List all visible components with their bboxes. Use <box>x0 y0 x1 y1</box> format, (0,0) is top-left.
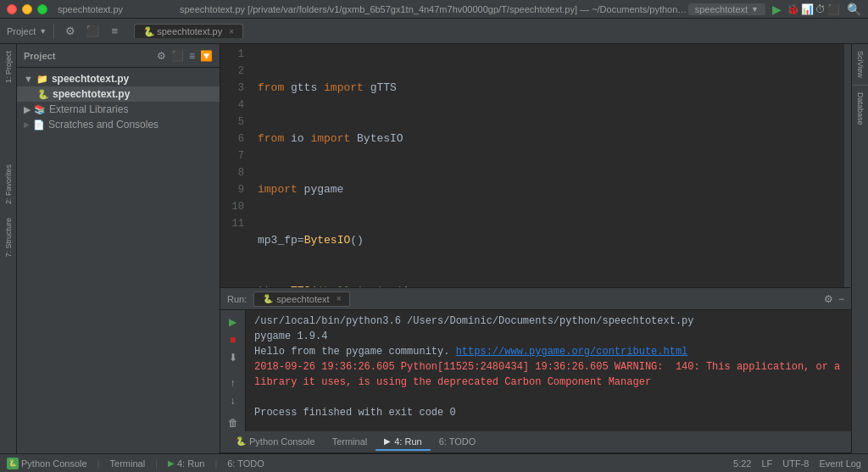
scroll-up-button[interactable]: ↑ <box>224 375 242 391</box>
pygame-link[interactable]: https://www.pygame.org/contribute.html <box>456 346 688 358</box>
python-console-icon: 🐍 <box>236 436 246 446</box>
scroll-down-button[interactable]: ↓ <box>224 392 242 408</box>
editor-tab-speechtotext[interactable]: 🐍 speechtotext.py × <box>134 24 243 38</box>
line-col-label: 5:22 <box>733 458 751 469</box>
toolbar-divider-1 <box>53 24 54 39</box>
run-status[interactable]: ▶ 4: Run <box>168 458 204 469</box>
favorites-label[interactable]: 2: Favorites <box>4 158 13 211</box>
line-num-11: 11 <box>220 215 244 232</box>
run-config-arrow: ▼ <box>751 5 759 14</box>
python-file-icon: 🐍 <box>143 26 153 36</box>
line-num-8: 8 <box>220 164 244 181</box>
line-col-status[interactable]: 5:22 <box>733 458 751 469</box>
console-line-4: 2018-09-26 19:36:26.605 Python[11525:248… <box>254 359 843 390</box>
line-num-6: 6 <box>220 130 244 147</box>
tree-item-main-file[interactable]: 🐍 speechtotext.py <box>17 86 220 102</box>
line-num-4: 4 <box>220 97 244 114</box>
clear-console-button[interactable]: 🗑 <box>224 415 242 431</box>
project-dropdown-arrow: ▼ <box>39 27 47 36</box>
settings-icon[interactable]: ⚙ <box>61 22 80 41</box>
encoding-label: UTF-8 <box>782 458 809 469</box>
tab-python-console[interactable]: 🐍 Python Console <box>227 434 324 451</box>
sciview-label[interactable]: SciView <box>856 44 865 85</box>
encoding-status[interactable]: UTF-8 <box>782 458 809 469</box>
profile-button[interactable]: ⏱ <box>815 3 826 15</box>
run-close-icon[interactable]: − <box>838 293 844 305</box>
run-status-label: 4: Run <box>177 458 204 469</box>
project-folder-icon: 📁 <box>36 74 48 85</box>
project-sidebar: Project ⚙ ⬛ ≡ 🔽 ▼ 📁 speechtotext.py 🐍 sp… <box>17 44 220 453</box>
debug-button[interactable]: 🐞 <box>787 3 799 15</box>
run-panel-header: Run: 🐍 speechtotext × ⚙ − <box>220 288 851 310</box>
code-line-4: mp3_fp=BytesIO() <box>258 232 837 249</box>
python-console-status[interactable]: 🐍 Python Console <box>7 458 87 469</box>
editor-scrollbar[interactable] <box>844 44 851 287</box>
run-panel-right: ⚙ − <box>824 293 844 305</box>
run-tab-speechtotext[interactable]: 🐍 speechtotext × <box>253 292 350 307</box>
event-log-status[interactable]: Event Log <box>819 458 861 469</box>
coverage-button[interactable]: 📊 <box>801 3 814 15</box>
python-status-icon: 🐍 <box>7 458 19 469</box>
console-output[interactable]: /usr/local/bin/python3.6 /Users/Dominic/… <box>246 310 851 431</box>
run-button[interactable]: ▶ <box>772 3 782 16</box>
tree-item-ext-libs[interactable]: ▶ 📚 External Libraries <box>17 102 220 117</box>
title-bar-path: speechtotext.py [/private/var/folders/v1… <box>180 4 688 14</box>
sidebar-header: Project ⚙ ⬛ ≡ 🔽 <box>17 44 220 68</box>
run-tab-close[interactable]: × <box>337 294 342 303</box>
terminal-status-label: Terminal <box>110 458 146 469</box>
stop-button[interactable]: ■ <box>224 331 242 347</box>
close-button[interactable] <box>7 4 17 14</box>
tab-todo-label: 6: TODO <box>439 436 476 447</box>
sidebar-sort-icon[interactable]: ⬛ <box>171 50 184 62</box>
run-tab-icon: ▶ <box>384 436 391 446</box>
scroll-end-button[interactable]: ⬇ <box>224 349 242 365</box>
tab-todo[interactable]: 6: TODO <box>431 434 485 451</box>
toolbar: Project ▼ ⚙ ⬛ ≡ 🐍 speechtotext.py × <box>0 19 868 44</box>
ext-libs-label: External Libraries <box>49 103 128 115</box>
sidebar-gear-icon[interactable]: ≡ <box>189 50 195 62</box>
line-num-9: 9 <box>220 181 244 198</box>
todo-status[interactable]: 6: TODO <box>227 458 264 469</box>
rerun-button[interactable]: ▶ <box>224 314 242 330</box>
sidebar-settings-icon[interactable]: ⚙ <box>157 50 166 62</box>
line-num-1: 1 <box>220 46 244 63</box>
line-numbers: 1 2 3 4 5 6 7 8 9 10 11 <box>220 44 251 287</box>
status-bar: 🐍 Python Console | Terminal | ▶ 4: Run |… <box>0 453 868 472</box>
minimize-button[interactable] <box>22 4 32 14</box>
structure-label[interactable]: 7: Structure <box>4 211 13 264</box>
tab-run[interactable]: ▶ 4: Run <box>376 434 430 451</box>
project-sidebar-label[interactable]: 1: Project <box>4 44 13 90</box>
console-line-5 <box>254 390 843 405</box>
maximize-button[interactable] <box>37 4 47 14</box>
tree-item-root[interactable]: ▼ 📁 speechtotext.py <box>17 71 220 86</box>
bottom-panel: Run: 🐍 speechtotext × ⚙ − ▶ ■ ⬇ <box>220 287 851 431</box>
folder-expand-icon: ▼ <box>24 74 33 84</box>
editor-tab-close[interactable]: × <box>229 27 234 36</box>
terminal-status[interactable]: Terminal <box>110 458 146 469</box>
code-line-3: import pygame <box>258 181 837 198</box>
status-divider-2: | <box>155 458 158 469</box>
run-config-name: speechtotext <box>695 4 748 14</box>
tab-terminal[interactable]: Terminal <box>324 434 376 451</box>
menu-icon[interactable]: ≡ <box>105 22 124 41</box>
python-file-sidebar-icon: 🐍 <box>37 89 49 100</box>
sidebar-collapse-icon[interactable]: 🔽 <box>200 50 213 62</box>
ext-libs-icon: 📚 <box>34 104 46 115</box>
code-editor[interactable]: 1 2 3 4 5 6 7 8 9 10 11 from gtts import… <box>220 44 851 287</box>
lf-status[interactable]: LF <box>761 458 772 469</box>
line-num-2: 2 <box>220 63 244 80</box>
project-label[interactable]: Project <box>7 26 36 36</box>
run-config[interactable]: speechtotext ▼ <box>688 3 765 15</box>
database-label[interactable]: Database <box>856 86 865 132</box>
code-lines[interactable]: from gtts import gTTS from io import Byt… <box>251 44 844 287</box>
scratches-label: Scratches and Consoles <box>48 119 159 130</box>
main-area: 1: Project 2: Favorites 7: Structure Pro… <box>0 44 868 453</box>
scratches-folder-icon: 📄 <box>33 119 45 130</box>
search-icon[interactable]: 🔍 <box>847 3 861 16</box>
layout-icon[interactable]: ⬛ <box>83 22 102 41</box>
title-bar-right: speechtotext ▼ ▶ 🐞 📊 ⏱ ⬛ 🔍 <box>688 3 861 16</box>
console-area: ▶ ■ ⬇ ↑ ↓ 🗑 /usr/local/bin/python3.6 /Us… <box>220 310 851 431</box>
run-settings-icon[interactable]: ⚙ <box>824 293 833 305</box>
layout-button2[interactable]: ⬛ <box>827 3 840 15</box>
tree-item-scratches[interactable]: ▶ 📄 Scratches and Consoles <box>17 117 220 132</box>
